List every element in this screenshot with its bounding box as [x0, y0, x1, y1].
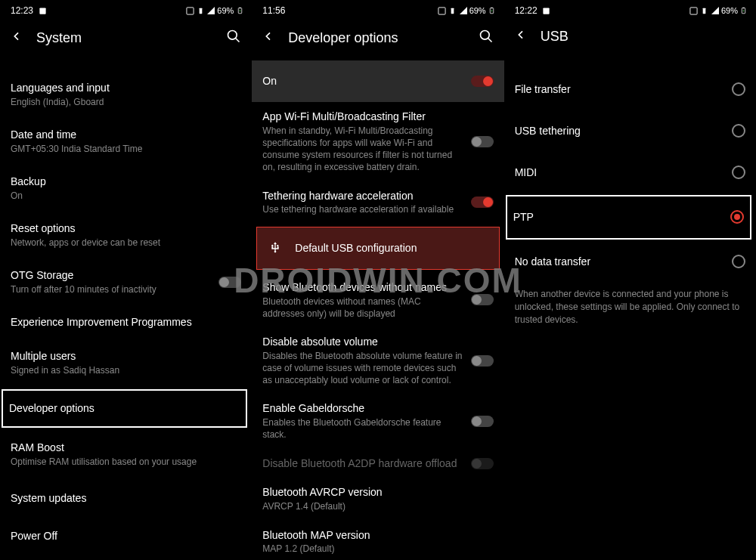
battery-percent: 69% [217, 6, 234, 15]
header: Developer options [252, 18, 503, 60]
item-avrcp-version[interactable]: Bluetooth AVRCP version AVRCP 1.4 (Defau… [252, 478, 503, 520]
svg-rect-2 [199, 8, 202, 13]
svg-rect-14 [690, 7, 697, 14]
item-power-off[interactable]: Power Off [0, 519, 252, 553]
item-title: USB tethering [515, 124, 726, 138]
item-gabeldorsche[interactable]: Enable Gabeldorsche Enables the Bluetoot… [252, 394, 503, 448]
radio-file-transfer[interactable]: File transfer [504, 69, 756, 110]
item-title: Date and time [11, 128, 241, 142]
item-map-version[interactable]: Bluetooth MAP version MAP 1.2 (Default) [252, 521, 503, 560]
a2dp-toggle [471, 458, 494, 469]
radio-midi[interactable]: MIDI [504, 152, 756, 193]
svg-rect-1 [187, 7, 194, 14]
signal-icon [459, 6, 468, 15]
system-panel: 12:23 69% System Languages and input Eng… [0, 0, 252, 560]
tether-accel-toggle[interactable] [471, 196, 494, 208]
item-title: System updates [11, 491, 241, 506]
back-icon[interactable] [262, 30, 274, 46]
svg-rect-0 [39, 8, 45, 14]
item-sub: MAP 1.2 (Default) [262, 543, 493, 555]
item-date-time[interactable]: Date and time GMT+05:30 India Standard T… [0, 118, 252, 165]
usb-options-list: File transfer USB tethering MIDI PTP No … [504, 58, 756, 560]
item-title: Disable Bluetooth A2DP hardware offload [262, 456, 464, 471]
item-default-usb-config[interactable]: Default USB configuration [256, 227, 499, 270]
svg-point-11 [271, 244, 273, 246]
item-multiple-users[interactable]: Multiple users Signed in as Sadiq Hassan [0, 339, 252, 386]
item-tethering-accel[interactable]: Tethering hardware acceleration Use teth… [252, 181, 503, 224]
svg-rect-6 [438, 7, 445, 14]
item-title: Bluetooth MAP version [262, 528, 493, 543]
bt-names-toggle[interactable] [471, 294, 494, 305]
vibrate-icon [196, 6, 205, 15]
item-disable-abs-volume[interactable]: Disable absolute volume Disables the Blu… [252, 327, 503, 394]
battery-icon [488, 6, 497, 15]
radio-ptp[interactable]: PTP [506, 195, 751, 240]
item-system-updates[interactable]: System updates [0, 478, 252, 519]
item-title: MIDI [515, 166, 726, 180]
item-developer-options[interactable]: Developer options [2, 389, 247, 428]
battery-percent: 69% [721, 6, 738, 15]
item-backup[interactable]: Backup On [0, 165, 252, 212]
vibrate-icon [700, 6, 709, 15]
item-otg-storage[interactable]: OTG Storage Turn off after 10 minutes of… [0, 258, 252, 305]
page-title: Developer options [288, 30, 464, 46]
svg-point-5 [228, 31, 237, 40]
item-title: Developer options [9, 401, 240, 416]
search-icon[interactable] [479, 29, 494, 47]
item-title: Reset options [11, 221, 241, 236]
settings-list: Languages and input English (India), Gbo… [0, 60, 252, 560]
item-sub: Optimise RAM utilisation based on your u… [11, 456, 241, 468]
svg-rect-7 [451, 8, 454, 13]
item-title: Tethering hardware acceleration [262, 189, 464, 203]
radio-button[interactable] [732, 124, 745, 138]
gabel-toggle[interactable] [471, 416, 494, 427]
usb-footer-note: When another device is connected and you… [504, 282, 756, 332]
item-title: Backup [11, 175, 241, 189]
item-ram-boost[interactable]: RAM Boost Optimise RAM utilisation based… [0, 431, 252, 478]
item-sub: Network, apps or device can be reset [11, 237, 241, 249]
radio-button[interactable] [732, 82, 745, 96]
notification-icon [38, 6, 47, 15]
status-time: 11:56 [262, 5, 285, 16]
status-bar: 11:56 69% [252, 0, 503, 18]
battery-icon [739, 6, 748, 15]
wifi-filter-toggle[interactable] [471, 136, 494, 147]
item-title: File transfer [515, 82, 726, 97]
item-sub: When in standby, Wi-Fi Multi/Broadcastin… [262, 125, 464, 174]
settings-list: On App Wi-Fi Multi/Broadcasting Filter W… [252, 60, 503, 560]
radio-button[interactable] [732, 255, 745, 268]
item-bt-without-names[interactable]: Show Bluetooth devices without names Blu… [252, 273, 503, 327]
radio-button[interactable] [732, 166, 745, 179]
item-title: No data transfer [515, 255, 726, 269]
radio-usb-tethering[interactable]: USB tethering [504, 110, 756, 152]
developer-options-panel: 11:56 69% Developer options On App Wi-Fi… [252, 0, 503, 560]
item-title: RAM Boost [11, 441, 241, 455]
item-title: Multiple users [11, 349, 241, 364]
battery-percent: 69% [469, 6, 486, 15]
item-sub: GMT+05:30 India Standard Time [11, 143, 241, 155]
item-reset-options[interactable]: Reset options Network, apps or device ca… [0, 212, 252, 258]
dev-on-toggle[interactable] [471, 76, 494, 87]
item-title: OTG Storage [11, 268, 212, 283]
svg-rect-4 [239, 8, 240, 8]
status-bar: 12:22 69% [504, 0, 756, 18]
radio-no-data-transfer[interactable]: No data transfer [504, 241, 756, 283]
search-icon[interactable] [226, 29, 241, 47]
status-time: 12:23 [11, 5, 33, 16]
radio-button[interactable] [730, 210, 744, 224]
back-icon[interactable] [515, 29, 527, 45]
item-sub: AVRCP 1.4 (Default) [262, 500, 493, 512]
item-languages[interactable]: Languages and input English (India), Gbo… [0, 71, 252, 118]
abs-volume-toggle[interactable] [471, 355, 494, 367]
item-dev-on[interactable]: On [252, 60, 503, 102]
back-icon[interactable] [11, 30, 23, 46]
usb-panel: 12:22 69% USB File transfer USB [504, 0, 756, 560]
item-title: Show Bluetooth devices without names [262, 280, 464, 295]
signal-icon [711, 6, 720, 15]
item-experience-programmes[interactable]: Experience Improvement Programmes [0, 305, 252, 339]
otg-toggle[interactable] [218, 277, 241, 288]
header: System [0, 18, 252, 60]
item-wifi-filter[interactable]: App Wi-Fi Multi/Broadcasting Filter When… [252, 102, 503, 181]
item-sub: Enables the Bluetooth Gabeldorsche featu… [262, 416, 464, 441]
vibrate-icon [448, 6, 457, 15]
